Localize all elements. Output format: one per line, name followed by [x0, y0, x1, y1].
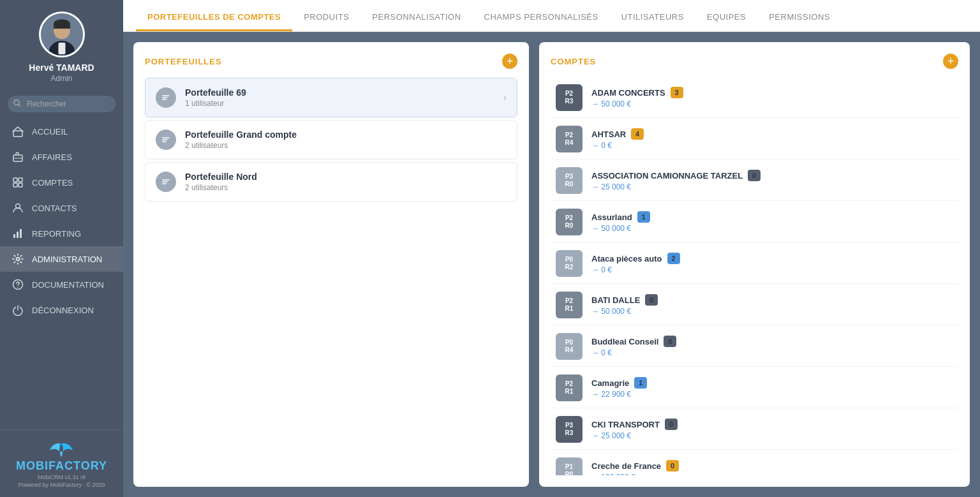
svg-rect-14	[19, 183, 22, 187]
account-badge: P3 R0	[556, 167, 583, 194]
count-badge: 0	[665, 419, 678, 430]
left-panel: PORTEFEUILLES + Portefeuille 69 1 utilis…	[133, 42, 529, 487]
account-item[interactable]: P2 R4 AHTSAR 4 → 0 €	[551, 119, 958, 159]
tab-champs[interactable]: CHAMPS PERSONNALISÉS	[473, 3, 610, 31]
nav-label-contacts: CONTACTS	[32, 204, 77, 213]
right-panel: COMPTES + P2 R3 ADAM CONCERTS 3 → 50 000…	[539, 42, 970, 487]
sidebar-item-accueil[interactable]: ACCUEIL	[0, 119, 123, 144]
account-info: AHTSAR 4 → 0 €	[591, 128, 953, 150]
account-badge: P1 R0	[556, 457, 583, 475]
svg-point-21	[17, 286, 19, 288]
logo-text: MOBIFACTORY	[16, 459, 107, 473]
logo-suffix: FACTORY	[48, 459, 107, 472]
portfolio-users: 2 utilisateurs	[185, 183, 507, 192]
count-badge: 1	[634, 377, 647, 389]
portfolio-name: Portefeuille 69	[185, 87, 494, 98]
home-icon	[11, 125, 24, 138]
account-badge: P2 R0	[556, 209, 583, 235]
left-panel-header: PORTEFEUILLES +	[145, 54, 517, 69]
tab-personnalisation[interactable]: PERSONNALISATION	[360, 3, 472, 31]
account-item[interactable]: P2 R0 Assurland 1 → 50 000 €	[551, 202, 958, 242]
sidebar-item-reporting[interactable]: REPORTING	[0, 221, 123, 246]
sidebar-item-affaires[interactable]: AFFAIRES	[0, 144, 123, 170]
account-badge: P0 R2	[556, 250, 583, 277]
account-amount: → 50 000 €	[591, 307, 953, 316]
account-amount: → 0 €	[591, 141, 953, 150]
account-badge: P3 R3	[556, 416, 583, 443]
svg-line-7	[19, 105, 20, 107]
sidebar-item-comptes[interactable]: COMPTES	[0, 170, 123, 195]
account-item[interactable]: P2 R1 Camagrie 1 → 22 900 €	[551, 368, 958, 408]
account-amount: → 50 000 €	[591, 224, 953, 233]
svg-rect-11	[13, 178, 17, 182]
count-badge: 3	[671, 87, 683, 98]
account-item[interactable]: P2 R1 BATI DALLE 0 → 50 000 €	[551, 285, 958, 325]
account-item[interactable]: P3 R0 ASSOCIATION CAMIONNAGE TARZEL 0 → …	[551, 161, 958, 201]
sidebar-item-contacts[interactable]: CONTACTS	[0, 195, 123, 221]
nav-menu: ACCUEIL AFFAIRES COMPTES CONTACTS	[0, 119, 123, 429]
account-item[interactable]: P1 R0 Creche de France 0 → 100 000 €	[551, 451, 958, 475]
sidebar-item-documentation[interactable]: DOCUMENTATION	[0, 272, 123, 297]
main-content: PORTEFEUILLES DE COMPTES PRODUITS PERSON…	[123, 0, 980, 497]
tab-utilisateurs[interactable]: UTILISATEURS	[610, 3, 695, 31]
sidebar: Hervé TAMARD Admin ACCUEIL AFFAIRES	[0, 0, 123, 497]
account-amount: → 100 000 €	[591, 473, 953, 475]
add-portfolio-button[interactable]: +	[502, 54, 517, 69]
portfolio-icon	[156, 87, 176, 108]
svg-rect-13	[13, 183, 17, 187]
logo-icon	[48, 439, 74, 459]
count-badge: 0	[748, 170, 761, 181]
add-account-button[interactable]: +	[943, 54, 958, 69]
tab-portefeuilles[interactable]: PORTEFEUILLES DE COMPTES	[136, 3, 292, 31]
nav-label-reporting: REPORTING	[32, 229, 81, 239]
portfolio-icon	[156, 130, 176, 150]
search-input[interactable]	[8, 96, 115, 112]
portfolio-list: Portefeuille 69 1 utilisateur › Portefeu…	[145, 78, 517, 202]
portfolio-info: Portefeuille 69 1 utilisateur	[185, 87, 494, 108]
right-panel-header: COMPTES +	[551, 54, 958, 69]
count-badge: 2	[667, 253, 680, 264]
chart-icon	[11, 227, 24, 240]
sidebar-item-deconnexion[interactable]: DÉCONNEXION	[0, 297, 123, 323]
account-info: BATI DALLE 0 → 50 000 €	[591, 294, 953, 316]
portfolio-icon	[156, 172, 176, 192]
search-icon	[13, 100, 21, 109]
account-item[interactable]: P0 R2 Ataca pièces auto 2 → 0 €	[551, 244, 958, 284]
count-badge: 1	[637, 211, 650, 223]
account-info: ASSOCIATION CAMIONNAGE TARZEL 0 → 25 000…	[591, 170, 953, 191]
portfolio-info: Portefeuille Nord 2 utilisateurs	[185, 172, 507, 192]
briefcase-icon	[11, 151, 24, 163]
account-amount: → 0 €	[591, 265, 953, 274]
account-name: Assurland 1	[591, 211, 953, 223]
account-badge: P0 R4	[556, 333, 583, 360]
search-box[interactable]	[8, 96, 115, 112]
account-item[interactable]: P0 R4 Buddleai Conseil 0 → 0 €	[551, 327, 958, 367]
portfolio-item[interactable]: Portefeuille 69 1 utilisateur ›	[145, 78, 517, 117]
left-panel-title: PORTEFEUILLES	[145, 57, 222, 66]
logo-powered: Powered by MobiFactory · © 2020	[18, 482, 105, 488]
svg-point-19	[17, 258, 20, 261]
sidebar-item-administration[interactable]: ADMINISTRATION	[0, 246, 123, 272]
account-item[interactable]: P2 R3 ADAM CONCERTS 3 → 50 000 €	[551, 78, 958, 118]
tab-permissions[interactable]: PERMISSIONS	[757, 3, 842, 31]
account-info: Creche de France 0 → 100 000 €	[591, 460, 953, 475]
account-name: Camagrie 1	[591, 377, 953, 389]
account-amount: → 22 900 €	[591, 390, 953, 399]
account-amount: → 25 000 €	[591, 431, 953, 440]
portfolio-users: 1 utilisateur	[185, 99, 494, 108]
account-info: Assurland 1 → 50 000 €	[591, 211, 953, 233]
svg-rect-12	[19, 178, 22, 182]
tab-equipes[interactable]: EQUIPES	[695, 3, 757, 31]
account-name: Ataca pièces auto 2	[591, 253, 953, 264]
body-area: PORTEFEUILLES + Portefeuille 69 1 utilis…	[123, 32, 980, 497]
gear-icon	[11, 253, 24, 265]
account-item[interactable]: P3 R3 CKI TRANSPORT 0 → 25 000 €	[551, 410, 958, 450]
logo: MOBIFACTORY MobiCRM v1.31 r8 Powered by …	[16, 435, 107, 488]
right-panel-title: COMPTES	[551, 57, 596, 66]
portfolio-item[interactable]: Portefeuille Nord 2 utilisateurs	[145, 162, 517, 202]
person-icon	[11, 202, 24, 214]
tab-produits[interactable]: PRODUITS	[292, 3, 360, 31]
portfolio-item[interactable]: Portefeuille Grand compte 2 utilisateurs	[145, 120, 517, 159]
svg-rect-5	[54, 24, 70, 29]
account-badge: P2 R3	[556, 84, 583, 111]
